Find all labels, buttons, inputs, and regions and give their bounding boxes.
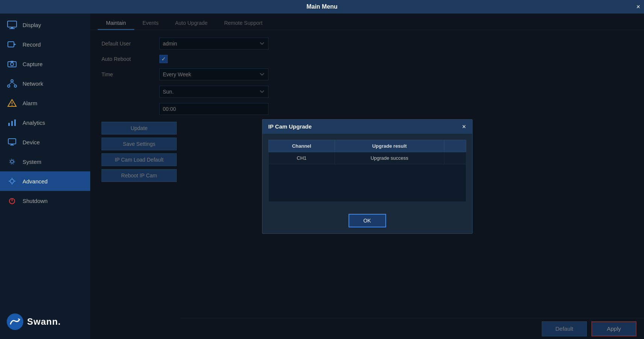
svg-point-10 bbox=[14, 85, 17, 87]
title-bar: Main Menu × bbox=[0, 0, 644, 14]
svg-line-11 bbox=[9, 82, 12, 85]
system-icon bbox=[7, 156, 17, 167]
sidebar-item-advanced[interactable]: Advanced bbox=[0, 171, 90, 191]
sidebar-item-record[interactable]: Record bbox=[0, 35, 90, 54]
svg-rect-17 bbox=[11, 121, 13, 126]
table-cell-channel: CH1 bbox=[268, 152, 335, 164]
swann-logo-icon bbox=[7, 313, 23, 330]
svg-rect-18 bbox=[14, 120, 16, 126]
advanced-icon bbox=[7, 176, 17, 186]
svg-point-9 bbox=[8, 85, 10, 87]
modal-overlay: IP Cam Upgrade × Channel Upgrade result bbox=[90, 14, 644, 339]
modal-close-button[interactable]: × bbox=[462, 123, 466, 130]
sidebar-item-shutdown[interactable]: Shutdown bbox=[0, 191, 90, 210]
sidebar-item-system[interactable]: System bbox=[0, 152, 90, 171]
main-layout: Display Record Capture Network Alarm bbox=[0, 14, 644, 339]
sidebar-item-alarm[interactable]: Alarm bbox=[0, 93, 90, 113]
table-header-result: Upgrade result bbox=[335, 140, 444, 152]
sidebar-item-network[interactable]: Network bbox=[0, 74, 90, 93]
swann-brand-name: Swann. bbox=[27, 316, 61, 327]
sidebar-item-analytics[interactable]: Analytics bbox=[0, 113, 90, 132]
svg-point-6 bbox=[11, 63, 14, 66]
modal-header: IP Cam Upgrade × bbox=[262, 120, 472, 134]
table-cell-extra bbox=[444, 152, 466, 164]
svg-rect-7 bbox=[11, 61, 14, 62]
table-header-extra bbox=[444, 140, 466, 152]
sidebar-item-label: System bbox=[23, 159, 41, 165]
svg-point-31 bbox=[7, 313, 23, 330]
sidebar-item-label: Record bbox=[23, 41, 41, 48]
modal-body: Channel Upgrade result CH1 Upgrade succe… bbox=[262, 134, 472, 208]
svg-point-22 bbox=[11, 160, 14, 163]
sidebar-logo: Swann. bbox=[0, 308, 90, 339]
table-cell-result: Upgrade success bbox=[335, 152, 444, 164]
svg-rect-1 bbox=[11, 27, 13, 28]
svg-rect-16 bbox=[8, 123, 10, 126]
svg-point-24 bbox=[10, 179, 14, 183]
table-header-channel: Channel bbox=[268, 140, 335, 152]
sidebar-item-label: Device bbox=[23, 139, 40, 145]
modal-footer: OK bbox=[262, 208, 472, 233]
sidebar-item-label: Shutdown bbox=[23, 198, 48, 204]
upgrade-result-table: Channel Upgrade result CH1 Upgrade succe… bbox=[268, 140, 466, 202]
shutdown-icon bbox=[7, 195, 17, 206]
svg-point-15 bbox=[12, 105, 12, 106]
sidebar-item-label: Network bbox=[23, 80, 43, 87]
network-icon bbox=[7, 78, 17, 89]
alarm-icon bbox=[7, 98, 17, 108]
modal-ok-button[interactable]: OK bbox=[349, 214, 386, 227]
svg-marker-4 bbox=[14, 43, 16, 45]
sidebar-item-label: Display bbox=[23, 22, 41, 28]
title-bar-close-button[interactable]: × bbox=[636, 3, 640, 10]
table-row: CH1 Upgrade success bbox=[268, 152, 466, 164]
sidebar-item-label: Advanced bbox=[23, 178, 48, 185]
main-title: Main Menu bbox=[306, 3, 338, 10]
content-area: Maintain Events Auto Upgrade Remote Supp… bbox=[90, 14, 644, 339]
svg-line-12 bbox=[12, 82, 15, 85]
svg-point-8 bbox=[11, 80, 13, 82]
svg-rect-19 bbox=[8, 139, 16, 144]
sidebar-item-capture[interactable]: Capture bbox=[0, 54, 90, 74]
sidebar-item-label: Alarm bbox=[23, 100, 37, 106]
table-row-empty bbox=[268, 164, 466, 201]
display-icon bbox=[7, 20, 17, 30]
record-icon bbox=[7, 39, 17, 50]
sidebar-item-display[interactable]: Display bbox=[0, 15, 90, 35]
svg-rect-3 bbox=[8, 42, 14, 47]
svg-rect-0 bbox=[8, 21, 17, 27]
modal-title: IP Cam Upgrade bbox=[268, 123, 312, 130]
device-icon bbox=[7, 137, 17, 147]
analytics-icon bbox=[7, 117, 17, 128]
ip-cam-upgrade-modal: IP Cam Upgrade × Channel Upgrade result bbox=[262, 119, 473, 234]
capture-icon bbox=[7, 59, 17, 69]
sidebar: Display Record Capture Network Alarm bbox=[0, 14, 90, 339]
sidebar-item-label: Analytics bbox=[23, 120, 45, 126]
svg-rect-2 bbox=[9, 28, 15, 29]
sidebar-item-device[interactable]: Device bbox=[0, 132, 90, 152]
svg-rect-21 bbox=[11, 144, 13, 145]
sidebar-item-label: Capture bbox=[23, 61, 42, 67]
